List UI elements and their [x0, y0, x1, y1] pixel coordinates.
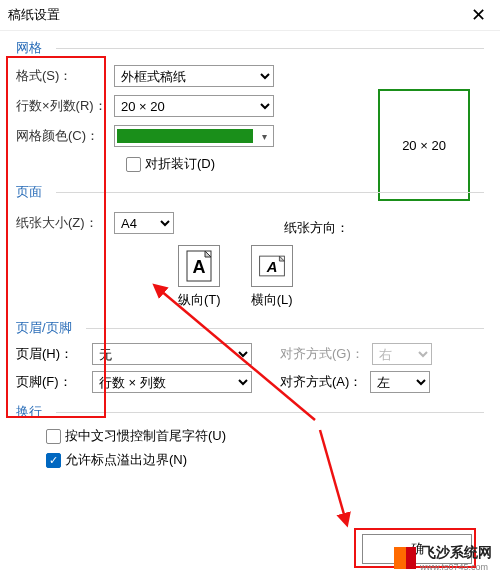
chevron-down-icon: ▾ [255, 131, 273, 142]
aligng-select: 右 [372, 343, 432, 365]
landscape-button[interactable]: A 横向(L) [251, 245, 293, 309]
rowscols-label: 行数×列数(R)： [16, 97, 114, 115]
cjk-checkbox[interactable] [46, 429, 61, 444]
rowscols-select[interactable]: 20 × 20 [114, 95, 274, 117]
papersize-label: 纸张大小(Z)： [16, 214, 114, 232]
aligng-label: 对齐方式(G)： [280, 345, 364, 363]
footer-label: 页脚(F)： [16, 373, 84, 391]
window-title: 稿纸设置 [8, 6, 60, 24]
portrait-icon: A [178, 245, 220, 287]
portrait-label: 纵向(T) [178, 292, 221, 307]
overflow-label: 允许标点溢出边界(N) [65, 451, 187, 469]
watermark-logo-icon [394, 547, 416, 569]
gridcolor-swatch [117, 129, 253, 143]
section-page: 页面 [16, 183, 484, 201]
aligna-select[interactable]: 左 [370, 371, 430, 393]
aligna-label: 对齐方式(A)： [280, 373, 362, 391]
cjk-label: 按中文习惯控制首尾字符(U) [65, 427, 226, 445]
portrait-button[interactable]: A 纵向(T) [178, 245, 221, 309]
gridcolor-label: 网格颜色(C)： [16, 127, 114, 145]
section-headerfooter: 页眉/页脚 [16, 319, 484, 337]
svg-text:A: A [193, 257, 206, 277]
format-select[interactable]: 外框式稿纸 [114, 65, 274, 87]
footer-select[interactable]: 行数 × 列数 [92, 371, 252, 393]
watermark-url: www.fs0745.com [420, 562, 492, 572]
svg-text:A: A [265, 259, 277, 275]
fold-checkbox[interactable] [126, 157, 141, 172]
overflow-checkbox[interactable]: ✓ [46, 453, 61, 468]
papersize-select[interactable]: A4 [114, 212, 174, 234]
orientation-label: 纸张方向： [284, 209, 349, 237]
fold-label: 对折装订(D) [145, 155, 215, 173]
section-wrap: 换行 [16, 403, 484, 421]
watermark-text: 飞沙系统网 [422, 544, 492, 562]
landscape-icon: A [251, 245, 293, 287]
grid-preview-text: 20 × 20 [402, 138, 446, 153]
gridcolor-select[interactable]: ▾ [114, 125, 274, 147]
close-button[interactable]: ✕ [465, 4, 492, 26]
section-grid: 网格 [16, 39, 484, 57]
watermark: 飞沙系统网 www.fs0745.com [394, 544, 492, 572]
header-select[interactable]: 无 [92, 343, 252, 365]
header-label: 页眉(H)： [16, 345, 84, 363]
format-label: 格式(S)： [16, 67, 114, 85]
landscape-label: 横向(L) [251, 292, 293, 307]
